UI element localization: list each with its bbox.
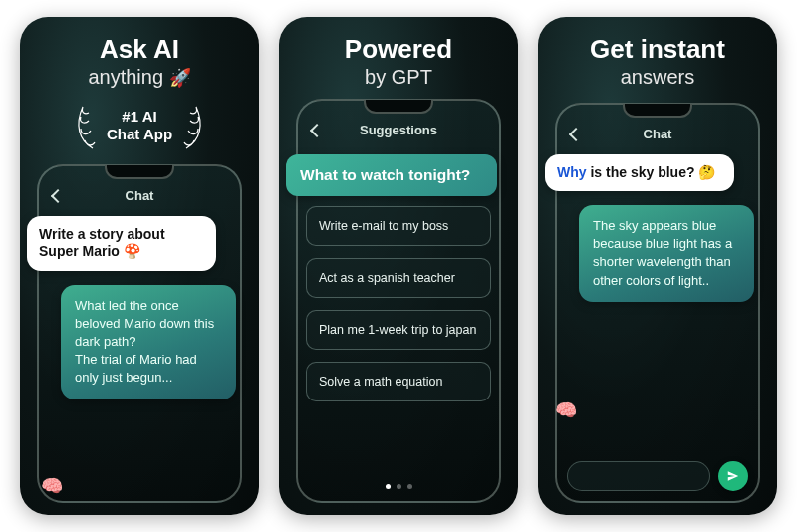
brain-icon: 🧠 bbox=[41, 475, 63, 497]
page-dot-2[interactable] bbox=[397, 484, 401, 489]
back-button[interactable] bbox=[569, 128, 583, 141]
headline-2: Powered bbox=[345, 35, 452, 64]
promo-panel-1: Ask AI anything 🚀 #1 AI Chat App Chat Wr… bbox=[20, 17, 259, 515]
suggestion-option-2[interactable]: Act as a spanish teacher bbox=[306, 258, 491, 298]
suggestion-option-4[interactable]: Solve a math equation bbox=[306, 362, 491, 401]
headline-3: Get instant bbox=[590, 35, 725, 64]
subline-3: answers bbox=[621, 66, 694, 89]
user-message-bubble: Why is the sky blue? 🤔 bbox=[545, 154, 734, 192]
mushroom-emoji: 🍄 bbox=[124, 243, 140, 259]
phone-notch bbox=[105, 165, 174, 179]
user-message-bubble: Write a story about Super Mario 🍄 bbox=[27, 216, 216, 271]
phone-header-3: Chat bbox=[565, 123, 750, 146]
promo-panel-2: Powered by GPT Suggestions What to watch… bbox=[279, 17, 518, 515]
laurel-left-icon bbox=[71, 101, 101, 150]
subline-2: by GPT bbox=[365, 66, 432, 89]
send-icon bbox=[726, 469, 740, 483]
award-badge: #1 AI Chat App bbox=[71, 101, 208, 150]
phone-header-1: Chat bbox=[47, 184, 232, 208]
suggestion-primary[interactable]: What to watch tonight? bbox=[286, 154, 497, 196]
headline-1: Ask AI bbox=[100, 35, 179, 64]
phone-notch bbox=[364, 100, 433, 114]
phone-mockup-2: Suggestions What to watch tonight? Write… bbox=[296, 99, 501, 503]
brain-icon: 🧠 bbox=[555, 399, 577, 421]
chat-input[interactable] bbox=[567, 461, 710, 491]
phone-notch bbox=[623, 104, 692, 118]
page-dot-3[interactable] bbox=[407, 484, 412, 489]
phone-header-2: Suggestions bbox=[306, 119, 491, 142]
thinking-emoji: 🤔 bbox=[698, 164, 715, 180]
back-button[interactable] bbox=[51, 189, 65, 203]
rocket-icon: 🚀 bbox=[169, 68, 191, 88]
page-dot-1[interactable] bbox=[386, 484, 391, 489]
badge-text: #1 AI Chat App bbox=[107, 108, 172, 142]
phone-title: Chat bbox=[126, 188, 154, 203]
ai-message-bubble: What led the once beloved Mario down thi… bbox=[61, 285, 236, 399]
back-button[interactable] bbox=[310, 124, 324, 137]
phone-mockup-3: Chat Why is the sky blue? 🤔 The sky appe… bbox=[555, 103, 760, 503]
phone-title: Suggestions bbox=[360, 123, 437, 137]
suggestion-option-3[interactable]: Plan me 1-week trip to japan bbox=[306, 310, 491, 350]
phone-title: Chat bbox=[644, 127, 672, 141]
ai-message-bubble: The sky appears blue because blue light … bbox=[579, 205, 754, 302]
phone-mockup-1: Chat Write a story about Super Mario 🍄 W… bbox=[37, 164, 242, 503]
page-indicator bbox=[306, 484, 491, 489]
laurel-right-icon bbox=[178, 101, 208, 150]
subline-1: anything 🚀 bbox=[88, 66, 190, 89]
suggestion-option-1[interactable]: Write e-mail to my boss bbox=[306, 206, 491, 246]
promo-panel-3: Get instant answers Chat Why is the sky … bbox=[538, 17, 777, 515]
chat-input-row bbox=[565, 457, 750, 493]
send-button[interactable] bbox=[718, 461, 748, 491]
